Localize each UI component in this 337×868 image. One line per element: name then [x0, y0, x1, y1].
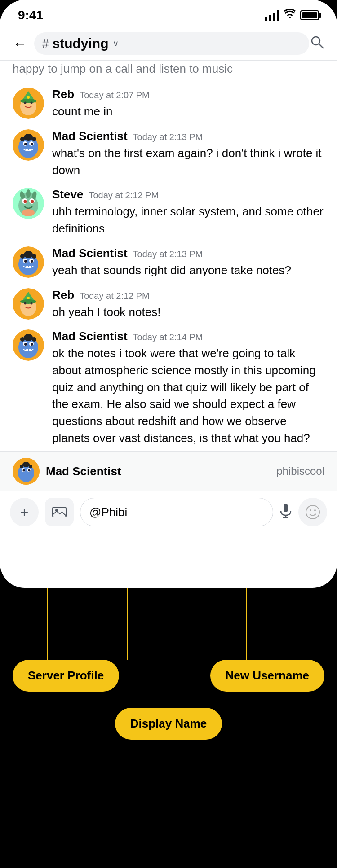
- mic-button[interactable]: [279, 504, 292, 521]
- avatar: [13, 246, 44, 278]
- svg-point-32: [22, 209, 35, 216]
- svg-rect-63: [26, 349, 28, 351]
- annotation-line-username: [246, 588, 247, 660]
- svg-point-38: [32, 254, 36, 259]
- svg-point-90: [314, 509, 316, 511]
- display-name-button[interactable]: Display Name: [115, 708, 222, 740]
- annotation-area: Server Profile New Username Display Name: [0, 588, 337, 868]
- message-content: Mad Scientist Today at 2:13 PM yeah that…: [52, 246, 324, 279]
- input-bar: +: [0, 491, 337, 535]
- svg-point-9: [27, 96, 30, 99]
- message-time: Today at 2:12 PM: [80, 291, 150, 301]
- message-time: Today at 2:12 PM: [89, 190, 159, 201]
- channel-dropdown-icon: ∨: [113, 39, 119, 48]
- truncated-message: happy to jump on a call and listen to mu…: [0, 61, 337, 83]
- svg-point-19: [31, 143, 33, 145]
- svg-point-36: [24, 251, 33, 258]
- reply-author: Mad Scientist: [46, 465, 121, 478]
- message-item: Reb Today at 2:07 PM count me in: [0, 83, 337, 125]
- annotation-lines: [0, 588, 337, 660]
- avatar: [13, 329, 44, 361]
- message-content: Steve Today at 2:12 PM uhh terminology, …: [52, 188, 324, 237]
- svg-point-81: [23, 469, 25, 472]
- message-time: Today at 2:14 PM: [133, 332, 203, 342]
- message-author: Mad Scientist: [52, 329, 128, 343]
- message-text: uhh terminology, inner solar system, and…: [52, 203, 324, 237]
- avatar: [13, 288, 44, 320]
- svg-point-18: [24, 143, 27, 145]
- svg-point-62: [31, 343, 33, 346]
- channel-header: ← # studying ∨: [0, 27, 337, 61]
- svg-point-51: [31, 302, 33, 304]
- reply-bar: Mad Scientist phibiscool: [0, 451, 337, 491]
- back-button[interactable]: ←: [13, 35, 27, 52]
- svg-point-78: [29, 465, 32, 468]
- message-item: Steve Today at 2:12 PM uhh terminology, …: [0, 183, 337, 241]
- svg-rect-44: [29, 266, 31, 268]
- channel-name-pill[interactable]: # studying ∨: [34, 32, 309, 55]
- message-item: Mad Scientist Today at 2:13 PM what's on…: [0, 125, 337, 183]
- image-button[interactable]: [45, 498, 74, 526]
- svg-point-8: [31, 102, 33, 104]
- channel-name: studying: [52, 36, 108, 51]
- svg-point-57: [20, 337, 25, 342]
- svg-point-88: [306, 505, 319, 519]
- message-time: Today at 2:13 PM: [133, 249, 203, 259]
- svg-point-52: [27, 297, 30, 299]
- svg-point-56: [24, 334, 33, 341]
- svg-rect-20: [26, 149, 28, 151]
- message-item: Reb Today at 2:12 PM oh yeah I took note…: [0, 284, 337, 325]
- status-time: 9:41: [18, 8, 43, 22]
- svg-point-26: [26, 189, 31, 198]
- message-author: Mad Scientist: [52, 129, 128, 143]
- annotation-buttons-row1: Server Profile New Username: [0, 660, 337, 692]
- annotation-line-server: [47, 588, 48, 660]
- status-icons: [265, 9, 319, 21]
- reply-avatar: [13, 458, 40, 485]
- svg-point-61: [24, 343, 27, 346]
- svg-rect-83: [53, 507, 66, 517]
- status-bar: 9:41: [0, 0, 337, 27]
- message-author: Reb: [52, 288, 74, 302]
- message-text: ok the notes i took were that we're goin…: [52, 345, 324, 447]
- message-content: Reb Today at 2:07 PM count me in: [52, 88, 324, 120]
- svg-point-76: [22, 462, 30, 467]
- hash-icon: #: [42, 37, 49, 51]
- message-time: Today at 2:13 PM: [133, 132, 203, 142]
- new-username-button[interactable]: New Username: [210, 660, 324, 692]
- message-text: oh yeah I took notes!: [52, 304, 324, 321]
- message-input[interactable]: [80, 498, 273, 526]
- wifi-icon: [284, 9, 296, 21]
- message-item: Mad Scientist Today at 2:13 PM yeah that…: [0, 242, 337, 284]
- svg-point-30: [24, 200, 27, 203]
- signal-icon: [265, 10, 279, 21]
- message-content: Reb Today at 2:12 PM oh yeah I took note…: [52, 288, 324, 321]
- svg-point-13: [24, 134, 33, 141]
- svg-point-14: [20, 137, 25, 141]
- message-item: Mad Scientist Today at 2:14 PM ok the no…: [0, 325, 337, 451]
- svg-rect-64: [29, 349, 31, 351]
- search-button[interactable]: [309, 34, 324, 53]
- server-profile-button[interactable]: Server Profile: [13, 660, 119, 692]
- add-button[interactable]: +: [10, 498, 39, 526]
- svg-point-89: [310, 509, 311, 511]
- message-text: what's on the first exam again? i don't …: [52, 145, 324, 179]
- svg-point-15: [32, 137, 36, 141]
- message-author: Mad Scientist: [52, 246, 128, 260]
- emoji-button[interactable]: [298, 498, 327, 526]
- message-text: yeah that sounds right did anyone take n…: [52, 262, 324, 279]
- svg-point-82: [28, 469, 31, 472]
- svg-point-42: [31, 260, 33, 263]
- avatar: [13, 188, 44, 219]
- message-content: Mad Scientist Today at 2:13 PM what's on…: [52, 129, 324, 179]
- annotation-buttons-row2: Display Name: [0, 708, 337, 740]
- messages-area: happy to jump on a call and listen to mu…: [0, 61, 337, 451]
- message-time: Today at 2:07 PM: [80, 90, 150, 101]
- message-content: Mad Scientist Today at 2:14 PM ok the no…: [52, 329, 324, 447]
- svg-point-58: [32, 337, 36, 342]
- message-text: count me in: [52, 103, 324, 120]
- svg-point-50: [24, 302, 27, 304]
- svg-point-31: [31, 200, 34, 203]
- svg-point-41: [24, 260, 27, 263]
- svg-point-49: [20, 299, 36, 304]
